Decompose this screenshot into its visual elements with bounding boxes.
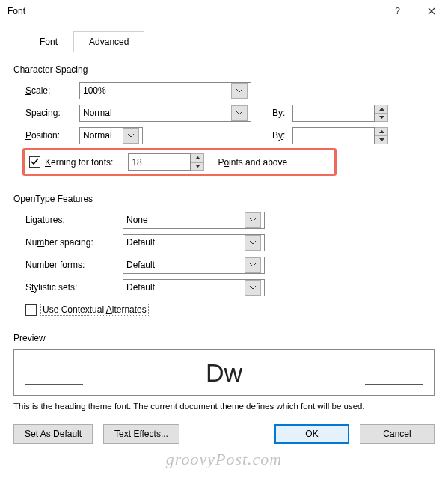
chevron-down-icon: [123, 128, 139, 144]
row-stylistic-sets: Stylistic sets: Default: [25, 278, 435, 297]
tab-panel-advanced: Character Spacing Scale: 100% Spacing: N…: [13, 52, 435, 444]
chevron-down-icon: [231, 105, 248, 121]
set-as-default-button[interactable]: Set As Default: [13, 424, 93, 444]
scale-label: Scale:: [25, 85, 79, 96]
spinner-up-icon[interactable]: [375, 105, 388, 114]
ligatures-combo[interactable]: None: [123, 212, 265, 229]
spacing-label: Spacing:: [25, 108, 79, 118]
scale-value: 100%: [83, 85, 106, 96]
row-number-spacing: Number spacing: Default: [25, 233, 435, 252]
number-spacing-combo[interactable]: Default: [123, 234, 265, 251]
chevron-down-icon: [245, 212, 261, 228]
tab-bar: FFontont AdvancedAdvanced: [13, 31, 435, 52]
help-button[interactable]: ?: [381, 0, 414, 22]
kerning-suffix: Points and above: [218, 157, 287, 168]
ligatures-value: None: [126, 215, 148, 225]
row-spacing: Spacing: Normal By:: [25, 103, 435, 123]
position-combo[interactable]: Normal: [79, 127, 143, 144]
ligatures-label: Ligatures:: [25, 215, 123, 225]
number-forms-label: Number forms:: [25, 260, 123, 270]
preview-text: Dw: [206, 358, 242, 388]
number-forms-combo[interactable]: Default: [123, 257, 265, 274]
kerning-label: Kerning for fonts:: [45, 157, 113, 168]
group-preview: Preview: [13, 333, 435, 343]
position-by-value[interactable]: [292, 127, 375, 144]
row-contextual-alternates: Use Contextual Alternates: [25, 300, 435, 319]
row-scale: Scale: 100%: [25, 81, 435, 100]
spinner-up-icon[interactable]: [191, 153, 204, 162]
group-character-spacing: Character Spacing: [13, 64, 435, 75]
spacing-value: Normal: [83, 108, 112, 118]
spacing-by-label: By:: [272, 108, 285, 118]
spacing-by-value[interactable]: [292, 105, 375, 122]
stylistic-sets-combo[interactable]: Default: [123, 279, 265, 296]
contextual-alternates-label: Use Contextual Alternates: [41, 304, 148, 315]
kerning-highlight: Kerning for fonts: 18 Points and above: [22, 148, 337, 176]
chevron-down-icon: [245, 257, 261, 273]
preview-box: Dw: [13, 349, 435, 396]
titlebar: Font ?: [0, 0, 448, 22]
number-spacing-label: Number spacing:: [25, 237, 123, 248]
chevron-down-icon: [231, 83, 248, 99]
spacing-by-spinner[interactable]: [292, 105, 388, 122]
spacing-combo[interactable]: Normal: [79, 105, 251, 122]
tab-font[interactable]: FFontont: [24, 31, 73, 52]
scale-combo[interactable]: 100%: [79, 82, 251, 99]
ok-button[interactable]: OK: [274, 424, 349, 444]
row-position: Position: Normal By:: [25, 126, 435, 145]
kerning-value[interactable]: 18: [128, 153, 191, 171]
position-value: Normal: [83, 130, 112, 141]
dialog-body: FFontont AdvancedAdvanced Character Spac…: [0, 22, 448, 454]
spinner-down-icon[interactable]: [191, 162, 204, 171]
kerning-checkbox[interactable]: [29, 156, 40, 168]
group-opentype: OpenType Features: [13, 194, 435, 204]
kerning-spinner[interactable]: 18: [128, 153, 204, 171]
close-icon: [428, 7, 435, 15]
text-effects-button[interactable]: Text Effects...: [103, 424, 179, 444]
position-label: Position:: [25, 130, 79, 141]
position-by-label: By:: [272, 130, 285, 141]
preview-description: This is the heading theme font. The curr…: [13, 402, 435, 411]
chevron-down-icon: [245, 280, 261, 296]
stylistic-sets-label: Stylistic sets:: [25, 282, 123, 293]
button-row: Set As Default Text Effects... OK Cancel: [13, 424, 435, 444]
spinner-down-icon[interactable]: [375, 113, 388, 122]
chevron-down-icon: [245, 235, 261, 251]
tab-advanced[interactable]: AdvancedAdvanced: [73, 31, 144, 52]
row-ligatures: Ligatures: None: [25, 210, 435, 230]
spinner-down-icon[interactable]: [375, 135, 388, 144]
check-icon: [31, 158, 39, 166]
dialog-title: Font: [7, 6, 381, 16]
position-by-spinner[interactable]: [292, 127, 388, 144]
stylistic-sets-value: Default: [126, 282, 155, 293]
cancel-button[interactable]: Cancel: [360, 424, 435, 444]
contextual-alternates-checkbox[interactable]: [25, 304, 37, 316]
row-number-forms: Number forms: Default: [25, 255, 435, 275]
number-forms-value: Default: [126, 260, 155, 270]
spinner-up-icon[interactable]: [375, 127, 388, 136]
close-button[interactable]: [414, 0, 448, 22]
number-spacing-value: Default: [126, 237, 155, 248]
